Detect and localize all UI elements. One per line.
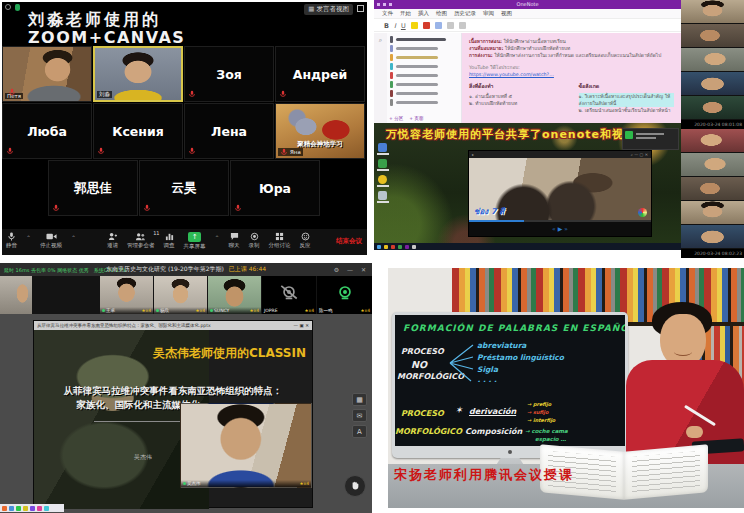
onenote-page[interactable]: เนื้อหาการสอน: ให้นักศึกษาอ่านเนื้อหาบทเ…: [462, 33, 681, 123]
cartoon-avatar-tile[interactable]: 聚精会神地学习 Яна: [275, 103, 365, 159]
star-icon[interactable]: [378, 175, 387, 184]
section-item[interactable]: [390, 53, 458, 62]
transport-buttons[interactable]: « ▶ »: [552, 225, 568, 232]
board-tools-button[interactable]: ▦: [352, 393, 367, 406]
share-chevron[interactable]: ⌃: [215, 232, 220, 241]
taskbar-app[interactable]: [37, 506, 42, 511]
participant-tile[interactable]: Андрей: [275, 46, 365, 102]
fullscreen-icon[interactable]: [357, 5, 364, 12]
desktop-icon[interactable]: [378, 143, 387, 152]
highlight-button[interactable]: [411, 22, 418, 29]
font-color-button[interactable]: [423, 22, 430, 29]
taskbar-app[interactable]: [412, 245, 416, 249]
speaker-view-button[interactable]: 发言者视图: [304, 4, 353, 15]
style-chip[interactable]: [435, 22, 442, 29]
taskbar-app[interactable]: [2, 506, 7, 511]
numbering-button[interactable]: [459, 22, 466, 29]
quick-access-icons[interactable]: [377, 3, 393, 6]
mute-chevron[interactable]: ⌃: [26, 232, 31, 241]
stop-video-button[interactable]: 停止视频: [40, 232, 62, 249]
taskbar-app[interactable]: [23, 506, 28, 511]
student-cam[interactable]: [681, 225, 744, 249]
taskbar-app[interactable]: [9, 506, 14, 511]
menu-review[interactable]: 审阅: [483, 10, 494, 17]
window-controls[interactable]: ⚙ — ✕: [334, 266, 369, 273]
bullets-button[interactable]: [447, 22, 454, 29]
invite-button[interactable]: 邀请: [107, 232, 118, 249]
student-cam[interactable]: [681, 24, 744, 48]
bold-button[interactable]: B: [384, 22, 389, 30]
notebook-header[interactable]: [390, 35, 458, 44]
desktop-icon[interactable]: [378, 191, 387, 200]
participant-tile[interactable]: Лена: [184, 103, 274, 159]
add-page-button[interactable]: + 页面: [409, 116, 423, 121]
menu-home[interactable]: 开始: [400, 10, 411, 17]
student-cam[interactable]: [681, 201, 744, 225]
menu-history[interactable]: 历史记录: [454, 10, 476, 17]
taskbar-app[interactable]: [16, 506, 21, 511]
participant-tile[interactable]: Зоя: [184, 46, 274, 102]
student-cam[interactable]: [681, 48, 744, 72]
camera-off-tile[interactable]: JOPRE★x4: [262, 276, 316, 314]
student-cam[interactable]: [681, 129, 744, 153]
section-item[interactable]: [390, 44, 458, 53]
section-item[interactable]: [390, 71, 458, 80]
chat-button[interactable]: 聊天: [229, 232, 240, 249]
underline-button[interactable]: U: [401, 22, 406, 30]
breakout-rooms-button[interactable]: 分组讨论: [269, 232, 291, 249]
reactions-button[interactable]: 反应: [300, 232, 311, 249]
teacher-webcam[interactable]: 吴杰伟★x4: [180, 403, 312, 488]
student-cam[interactable]: [681, 177, 744, 201]
hyperlink[interactable]: https://www.youtube.com/watch?…: [469, 71, 674, 78]
menu-draw[interactable]: 绘图: [436, 10, 447, 17]
video-player-window[interactable]: ▸⌕ — ▢ ✕ ช่อง 7 สี « ▶ »: [468, 150, 652, 237]
section-item[interactable]: [390, 98, 458, 107]
record-button[interactable]: 录制: [249, 232, 260, 249]
add-section-button[interactable]: + 分区: [389, 116, 403, 121]
ppt-window-controls[interactable]: — ▣ ✕: [294, 323, 309, 328]
start-button[interactable]: [377, 245, 381, 249]
student-cam[interactable]: [681, 96, 744, 120]
student-cam[interactable]: 王卓★x4: [100, 276, 153, 314]
chat-panel-button[interactable]: ✉: [352, 409, 367, 422]
text-tool-button[interactable]: A: [352, 425, 367, 438]
participant-tile[interactable]: Ксения: [93, 103, 183, 159]
settings-icon[interactable]: [5, 4, 11, 10]
player-controls[interactable]: « ▶ »: [469, 220, 651, 236]
student-cam[interactable]: [0, 276, 32, 314]
taskbar-app[interactable]: [405, 245, 409, 249]
student-cam[interactable]: SUNCY★x4: [208, 276, 261, 314]
taskbar-app[interactable]: [44, 506, 49, 511]
end-meeting-button[interactable]: 结束会议: [336, 237, 362, 246]
student-cam[interactable]: 杨欣★x4: [154, 276, 207, 314]
section-item[interactable]: [390, 80, 458, 89]
menu-view[interactable]: 视图: [501, 10, 512, 17]
italic-button[interactable]: I: [394, 22, 396, 30]
taskbar-app[interactable]: [384, 245, 388, 249]
player-window-controls[interactable]: ⌕ — ▢ ✕: [631, 152, 648, 157]
student-cam[interactable]: [681, 153, 744, 177]
share-screen-button[interactable]: ↑共享屏幕: [184, 232, 206, 250]
taskbar-app[interactable]: [30, 506, 35, 511]
mute-button[interactable]: 静音: [6, 232, 17, 249]
taskbar-app[interactable]: [398, 245, 402, 249]
menu-insert[interactable]: 插入: [418, 10, 429, 17]
menu-file[interactable]: 文件: [382, 10, 393, 17]
security-shield-icon[interactable]: [15, 4, 20, 11]
progress-bar[interactable]: [469, 220, 651, 222]
participant-tile[interactable]: Люба: [2, 103, 92, 159]
student-cam[interactable]: [681, 72, 744, 96]
participant-tile[interactable]: 云昊: [139, 160, 229, 216]
section-item[interactable]: [390, 62, 458, 71]
manage-participants-button[interactable]: 11管理参会者: [127, 232, 155, 249]
onenote-nav-rail[interactable]: ⌕: [374, 33, 387, 123]
video-chevron[interactable]: ⌃: [71, 232, 76, 241]
desktop-icon[interactable]: [378, 159, 387, 168]
notification-popup[interactable]: [622, 128, 679, 150]
taskbar-app[interactable]: [391, 245, 395, 249]
camera-on-tile[interactable]: 陈一鸣★x4: [317, 276, 372, 314]
polls-button[interactable]: 调查: [164, 232, 175, 249]
raise-hand-button[interactable]: [344, 475, 366, 497]
participant-tile[interactable]: Юра: [230, 160, 320, 216]
section-item[interactable]: [390, 89, 458, 98]
